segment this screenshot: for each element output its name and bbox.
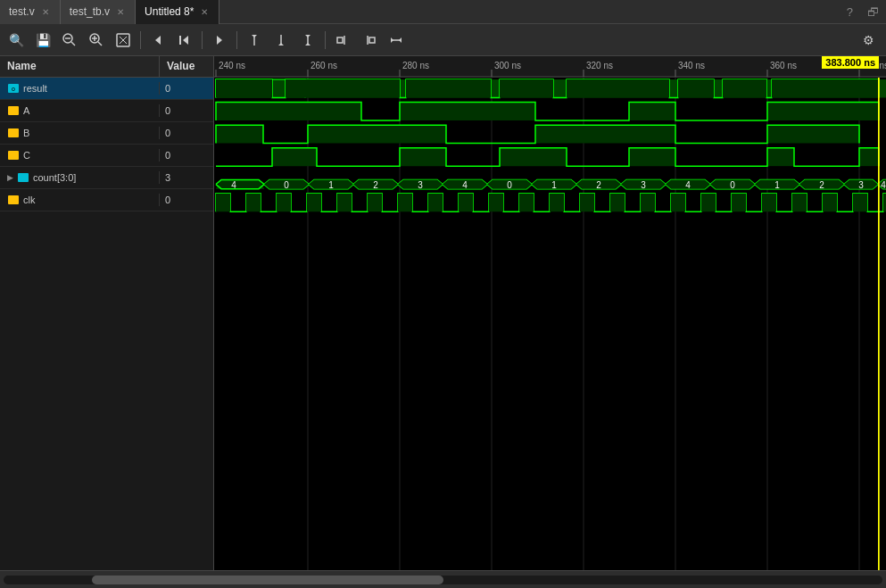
cursor1-btn[interactable]: [242, 28, 267, 53]
svg-text:1: 1: [328, 180, 334, 190]
svg-text:0: 0: [730, 180, 735, 190]
svg-marker-81: [767, 148, 794, 166]
signal-row-result[interactable]: o result 0: [0, 78, 213, 100]
svg-marker-74: [308, 125, 446, 143]
zoom-fit-btn[interactable]: [111, 28, 136, 53]
signal-rows: o result 0 A 0: [0, 78, 213, 570]
signal-row-A[interactable]: A 0: [0, 100, 213, 122]
svg-marker-137: [853, 194, 867, 211]
svg-text:2: 2: [819, 180, 824, 190]
svg-text:3: 3: [641, 180, 646, 190]
restore-icon[interactable]: 🗗: [860, 5, 886, 19]
signal-value-B: 0: [160, 128, 213, 138]
tab-test-tb-v-close[interactable]: ✕: [115, 6, 126, 18]
svg-text:2: 2: [596, 180, 601, 190]
tab-test-tb-v[interactable]: test_tb.v ✕: [61, 0, 136, 24]
svg-marker-62: [286, 79, 400, 97]
tab-test-v[interactable]: test.v ✕: [0, 0, 61, 24]
svg-marker-68: [772, 79, 879, 97]
prev-btn[interactable]: [145, 28, 170, 53]
svg-text:4: 4: [685, 180, 691, 190]
h-scrollbar-thumb[interactable]: [92, 576, 443, 584]
toolbar-sep-3: [236, 31, 237, 49]
svg-marker-72: [767, 103, 879, 120]
signal-name-count: ▶ count[3:0]: [0, 171, 160, 184]
signal-icon-B: [7, 127, 20, 139]
svg-marker-128: [580, 194, 594, 211]
zoom-out-btn[interactable]: [57, 28, 82, 53]
svg-marker-77: [272, 148, 317, 166]
snap-btn[interactable]: [330, 28, 355, 53]
signal-name-A: A: [0, 104, 160, 117]
tab-untitled-8[interactable]: Untitled 8* ✕: [136, 0, 219, 24]
timeline-ruler: 240 ns 260 ns 280 ns 300 ns 320 ns 340 n…: [214, 56, 886, 78]
zoom-in-btn[interactable]: [84, 28, 109, 53]
signal-panel-header: Name Value: [0, 56, 213, 78]
tab-untitled-8-close[interactable]: ✕: [199, 6, 210, 18]
waveform-area[interactable]: 383.800 ns 240 ns 260 ns 280 ns 300 ns: [214, 56, 886, 570]
svg-marker-134: [762, 194, 776, 211]
svg-marker-119: [307, 194, 321, 211]
svg-rect-32: [8, 151, 19, 160]
svg-marker-70: [400, 103, 535, 120]
save-btn[interactable]: 💾: [30, 28, 55, 53]
signal-label-result: result: [23, 83, 47, 94]
waveform-canvas[interactable]: 4 0 1 2 3: [214, 78, 886, 570]
signal-label-B: B: [23, 128, 29, 138]
svg-marker-10: [155, 36, 161, 45]
svg-text:4: 4: [462, 180, 468, 190]
first-btn[interactable]: [172, 28, 197, 53]
svg-rect-31: [8, 128, 19, 137]
toolbar: 🔍 💾 ⚙: [0, 24, 886, 56]
help-icon[interactable]: ?: [840, 5, 860, 19]
svg-marker-78: [400, 148, 446, 166]
signal-name-clk: clk: [0, 194, 160, 206]
svg-marker-27: [399, 37, 402, 43]
svg-marker-135: [792, 194, 807, 211]
signal-row-C[interactable]: C 0: [0, 145, 213, 167]
stretch-btn[interactable]: [384, 28, 409, 53]
svg-marker-129: [610, 194, 625, 211]
cursor2-btn[interactable]: [269, 28, 294, 53]
svg-marker-133: [732, 194, 746, 211]
next-btn[interactable]: [207, 28, 232, 53]
svg-marker-69: [216, 103, 361, 120]
signal-label-C: C: [23, 150, 30, 161]
svg-marker-61: [216, 79, 272, 97]
tab-test-v-close[interactable]: ✕: [40, 6, 51, 18]
snap2-btn[interactable]: [357, 28, 382, 53]
signal-row-clk[interactable]: clk 0: [0, 189, 213, 211]
cursor-line: [878, 78, 879, 570]
signal-name-result: o result: [0, 82, 160, 95]
svg-text:3: 3: [418, 180, 423, 190]
svg-text:260 ns: 260 ns: [311, 61, 337, 70]
svg-line-4: [98, 42, 102, 46]
svg-text:4: 4: [881, 180, 886, 190]
signal-row-count[interactable]: ▶ count[3:0] 3: [0, 167, 213, 189]
diff-btn[interactable]: [295, 28, 320, 53]
svg-marker-121: [368, 194, 382, 211]
scrollbar-area[interactable]: [0, 570, 886, 588]
signal-name-C: C: [0, 149, 160, 161]
svg-marker-20: [305, 43, 311, 46]
h-scrollbar-track[interactable]: [4, 576, 882, 584]
expand-count-icon[interactable]: ▶: [7, 173, 13, 182]
settings-btn[interactable]: ⚙: [856, 28, 881, 53]
signal-row-B[interactable]: B 0: [0, 122, 213, 145]
svg-marker-130: [641, 194, 655, 211]
svg-text:2: 2: [373, 180, 378, 190]
signal-panel: Name Value o result 0 A: [0, 56, 214, 570]
svg-marker-125: [489, 194, 503, 211]
svg-marker-76: [767, 125, 859, 143]
tab-test-v-label: test.v: [9, 5, 35, 18]
main-area: Name Value o result 0 A: [0, 56, 886, 570]
svg-marker-82: [859, 148, 879, 166]
signal-icon-clk: [7, 194, 20, 206]
svg-marker-84: [216, 179, 264, 188]
search-btn[interactable]: 🔍: [4, 28, 29, 53]
svg-marker-63: [406, 79, 491, 97]
svg-rect-33: [18, 173, 29, 182]
signal-name-B: B: [0, 127, 160, 139]
svg-text:320 ns: 320 ns: [586, 61, 613, 70]
svg-text:0: 0: [284, 180, 289, 190]
